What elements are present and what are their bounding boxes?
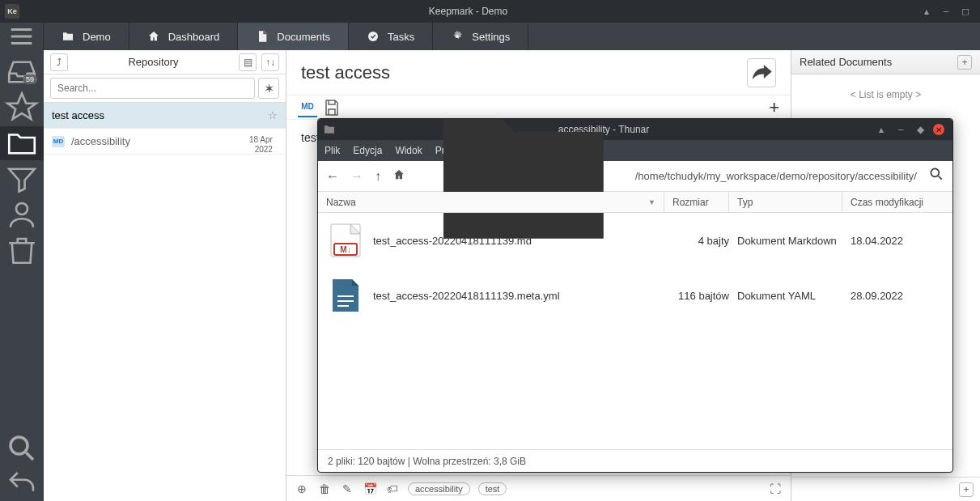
folder-icon <box>323 123 336 136</box>
repo-nav-up-icon[interactable]: ⤴ <box>50 53 68 71</box>
rail-search[interactable] <box>0 431 44 465</box>
rail-undo[interactable] <box>0 467 44 501</box>
col-time[interactable]: Czas modyfikacji <box>842 192 952 212</box>
arrow-up-icon[interactable]: ▴ <box>920 5 933 18</box>
calendar-icon[interactable]: 📅 <box>363 482 377 495</box>
repo-item-title: /accessibility <box>71 135 130 147</box>
thunar-columns: Nazwa ▼ Rozmiar Typ Czas modyfikacji <box>318 192 952 213</box>
icon-rail: 59 <box>0 50 44 501</box>
doc-tabs: MD + <box>286 96 791 120</box>
file-name: test_access-20220418111139.md <box>373 235 672 247</box>
share-button[interactable] <box>747 58 776 87</box>
file-row[interactable]: M↓ test_access-20220418111139.md 4 bajty… <box>318 213 952 268</box>
doc-tab-save-icon[interactable] <box>322 98 342 117</box>
menu-edycja[interactable]: Edycja <box>353 145 382 156</box>
related-header: Related Documents + <box>791 50 980 74</box>
file-time: 18.04.2022 <box>851 235 944 247</box>
hamburger-menu-icon[interactable] <box>0 23 44 50</box>
repo-item-date: 18 Apr 2022 <box>249 135 273 155</box>
document-icon <box>256 30 269 43</box>
tab-demo[interactable]: Demo <box>44 23 129 50</box>
tag-accessibility[interactable]: accessibility <box>408 482 470 495</box>
maximize-icon[interactable]: ◻ <box>959 5 972 18</box>
menu-plik[interactable]: Plik <box>325 145 340 156</box>
close-icon[interactable]: ✕ <box>933 124 944 135</box>
col-type[interactable]: Typ <box>729 192 842 212</box>
add-tab-icon[interactable]: + <box>769 97 779 118</box>
tag-icon[interactable]: 🏷 <box>385 482 400 495</box>
repo-view-icon[interactable]: ▤ <box>239 53 257 71</box>
col-size[interactable]: Rozmiar <box>664 192 729 212</box>
svg-point-0 <box>368 32 378 41</box>
status-text: 2 pliki: 120 bajtów | Wolna przestrzeń: … <box>328 456 526 467</box>
yaml-file-icon <box>326 276 365 315</box>
file-time: 28.09.2022 <box>851 290 944 302</box>
gear-icon <box>451 30 464 43</box>
search-icon[interactable] <box>928 166 944 186</box>
tab-label: Settings <box>472 31 510 43</box>
thunar-window: accessibility - Thunar ▴ – ◆ ✕ Plik Edyc… <box>317 118 953 473</box>
sort-arrow-icon: ▼ <box>648 198 655 206</box>
magic-wand-icon[interactable]: ✶ <box>258 78 279 99</box>
tab-tasks[interactable]: Tasks <box>349 23 433 50</box>
svg-point-4 <box>931 168 939 176</box>
check-circle-icon <box>367 30 380 43</box>
tag-test[interactable]: test <box>478 482 507 495</box>
file-type: Dokument YAML <box>737 290 851 302</box>
tab-label: Documents <box>277 31 330 43</box>
tab-label: Dashboard <box>168 31 220 43</box>
inbox-badge: 59 <box>23 74 37 84</box>
tab-settings[interactable]: Settings <box>433 23 528 50</box>
window-title: Keepmark - Demo <box>19 6 917 17</box>
file-type: Dokument Markdown <box>737 235 851 247</box>
file-name: test_access-20220418111139.meta.yml <box>373 290 672 302</box>
file-row[interactable]: test_access-20220418111139.meta.yml 116 … <box>318 268 952 323</box>
target-icon[interactable]: ⊕ <box>295 482 309 495</box>
svg-point-3 <box>11 437 28 454</box>
md-badge-icon: MD <box>52 136 65 147</box>
file-size: 4 bajty <box>672 235 737 247</box>
path-text: /home/tchudyk/my_workspace/demo/reposito… <box>635 170 917 182</box>
tab-label: Tasks <box>388 31 414 43</box>
file-size: 116 bajtów <box>672 290 737 302</box>
home-icon[interactable] <box>392 168 405 185</box>
search-input[interactable] <box>50 78 255 99</box>
col-name[interactable]: Nazwa ▼ <box>318 192 664 212</box>
back-icon[interactable]: ← <box>326 169 339 184</box>
rail-user[interactable] <box>0 197 44 231</box>
minimize-icon[interactable]: – <box>940 5 952 18</box>
trash-icon[interactable]: 🗑 <box>317 482 332 495</box>
up-icon[interactable]: ↑ <box>375 169 381 184</box>
star-outline-icon[interactable]: ☆ <box>268 109 278 121</box>
thunar-toolbar: ← → ↑ /home/tchudyk/my_workspace/demo/re… <box>318 161 952 192</box>
folder-icon <box>62 30 74 43</box>
tab-label: Demo <box>83 31 111 43</box>
svg-rect-9 <box>337 300 354 302</box>
repo-item-test-access[interactable]: test access ☆ <box>44 103 286 129</box>
repo-label: Repository <box>73 56 234 68</box>
edit-icon[interactable]: ✎ <box>340 482 354 495</box>
repository-panel: ⤴ Repository ▤ ↑↓ ✶ test access ☆ MD /ac… <box>44 50 286 501</box>
tab-documents[interactable]: Documents <box>238 23 349 50</box>
add-related-bottom-icon[interactable]: + <box>959 482 974 497</box>
tab-bar: Demo Dashboard Documents Tasks Settings <box>0 23 980 50</box>
repo-item-title: test access <box>52 109 104 121</box>
doc-footer: ⊕ 🗑 ✎ 📅 🏷 accessibility test ⛶ <box>286 475 791 501</box>
rail-filter[interactable] <box>0 162 44 196</box>
rail-star[interactable] <box>0 91 44 125</box>
rail-folder[interactable] <box>0 126 44 160</box>
svg-rect-8 <box>337 295 354 297</box>
repo-sort-icon[interactable]: ↑↓ <box>261 53 279 71</box>
related-header-label: Related Documents <box>800 56 892 68</box>
svg-point-2 <box>16 203 28 214</box>
doc-header: test access <box>286 50 791 96</box>
expand-icon[interactable]: ⛶ <box>768 482 783 495</box>
add-related-icon[interactable]: + <box>957 55 972 70</box>
rail-trash[interactable] <box>0 233 44 267</box>
rail-inbox[interactable]: 59 <box>0 55 44 89</box>
tab-dashboard[interactable]: Dashboard <box>129 23 239 50</box>
doc-tab-md-icon[interactable]: MD <box>298 98 317 117</box>
svg-rect-10 <box>337 305 349 307</box>
repo-search-row: ✶ <box>44 74 286 103</box>
keepmark-logo: Ke <box>5 4 19 19</box>
